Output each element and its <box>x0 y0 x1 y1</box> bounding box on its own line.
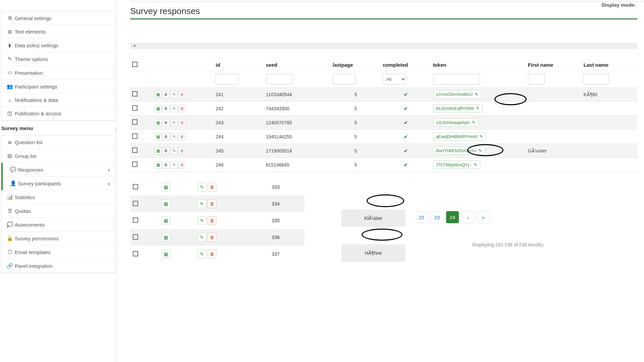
edit-button[interactable]: ✎ <box>198 250 206 258</box>
view-details-button[interactable]: ▦ <box>154 105 162 112</box>
row-checkbox[interactable] <box>133 218 138 223</box>
delete-response-button[interactable]: 🗑 <box>178 119 186 126</box>
view-response-button[interactable]: 🗎 <box>162 133 170 140</box>
sidebar-item-general-settings[interactable]: ⚙General settings <box>1 11 115 25</box>
col-lastpage[interactable]: lastpage <box>331 59 381 71</box>
view-button[interactable]: ▦ <box>162 233 170 242</box>
sidebar-item-notifications-data[interactable]: ⌕Notifications & data <box>1 94 115 107</box>
edit-token-icon[interactable]: ✎ <box>474 162 477 167</box>
sidebar-item-publication-access[interactable]: ⚿Publication & access <box>1 107 115 120</box>
view-details-button[interactable]: ▦ <box>154 147 162 155</box>
token-chip[interactable]: zzLfrxIAeaap0qm ✎ <box>433 118 479 127</box>
edit-button[interactable]: ✎ <box>198 183 206 191</box>
edit-token-icon[interactable]: ✎ <box>478 148 482 153</box>
view-response-button[interactable]: 🗎 <box>162 147 170 155</box>
edit-token-icon[interactable]: ✎ <box>475 92 478 97</box>
token-chip[interactable]: DUt2m6vEqfRYiW8 ✎ <box>433 104 483 113</box>
edit-response-button[interactable]: ✎ <box>170 91 178 98</box>
view-response-button[interactable]: 🗎 <box>162 105 170 112</box>
row-checkbox[interactable] <box>133 201 138 206</box>
view-button[interactable]: ▦ <box>162 199 170 208</box>
sidebar-item-question-list[interactable]: ≣Question list <box>1 135 115 149</box>
delete-button[interactable]: 🗑 <box>208 216 216 225</box>
col-token[interactable]: token <box>431 59 526 71</box>
row-checkbox[interactable] <box>133 251 138 256</box>
view-button[interactable]: ▦ <box>162 216 170 225</box>
view-details-button[interactable]: ▦ <box>154 91 162 98</box>
edit-button[interactable]: ✎ <box>198 216 206 225</box>
token-chip[interactable]: BwYO4fEN2DAqn1u ✎ <box>433 146 485 155</box>
col-seed[interactable]: seed <box>264 59 331 71</box>
sidebar-item-assessments[interactable]: 💭Assessments <box>1 218 115 232</box>
sidebar-item-text-elements[interactable]: 🗎Text elements <box>1 25 115 39</box>
row-checkbox[interactable] <box>133 234 138 240</box>
page-next[interactable]: › <box>462 211 474 223</box>
sidebar-drag-handle[interactable]: ⋮ <box>114 127 117 132</box>
page-23[interactable]: 23 <box>431 211 443 223</box>
row-checkbox[interactable] <box>132 105 138 111</box>
view-details-button[interactable]: ▦ <box>154 161 162 169</box>
filter-token[interactable] <box>433 74 480 84</box>
edit-response-button[interactable]: ✎ <box>170 161 178 169</box>
delete-response-button[interactable]: 🗑 <box>178 147 186 155</box>
delete-button[interactable]: 🗑 <box>208 250 216 258</box>
sidebar-item-email-templates[interactable]: ☐Email templates <box>1 245 115 259</box>
row-checkbox[interactable] <box>132 133 138 139</box>
view-response-button[interactable]: 🗎 <box>162 161 170 169</box>
delete-button[interactable]: 🗑 <box>208 233 216 242</box>
horizontal-scroll-strip[interactable]: ◄ <box>130 43 637 49</box>
token-chip[interactable]: qEwqDH48WPFHnKt ✎ <box>433 132 486 141</box>
view-details-button[interactable]: ▦ <box>154 119 162 126</box>
edit-response-button[interactable]: ✎ <box>170 133 178 140</box>
delete-response-button[interactable]: 🗑 <box>178 161 186 169</box>
select-all-checkbox[interactable] <box>132 62 138 67</box>
filter-seed[interactable] <box>266 74 293 84</box>
edit-token-icon[interactable]: ✎ <box>472 120 476 125</box>
edit-button[interactable]: ✎ <box>198 199 206 208</box>
sidebar-item-data-policy-settings[interactable]: ◗Data policy settings <box>1 39 115 52</box>
delete-response-button[interactable]: 🗑 <box>178 105 186 112</box>
row-checkbox[interactable] <box>132 147 138 153</box>
page-24[interactable]: 24 <box>446 211 459 223</box>
edit-button[interactable]: ✎ <box>198 233 206 242</box>
col-completed[interactable]: completed <box>381 59 431 71</box>
sidebar-item-survey-participants[interactable]: 👤Survey participants› <box>1 177 115 190</box>
sidebar-item-group-list[interactable]: ▤Group list <box>1 149 115 163</box>
scroll-left-icon[interactable]: ◄ <box>132 43 136 48</box>
view-response-button[interactable]: 🗎 <box>162 119 170 126</box>
sidebar-item-presentation[interactable]: ⦵Presentation <box>1 66 115 80</box>
edit-response-button[interactable]: ✎ <box>170 105 178 112</box>
delete-button[interactable]: 🗑 <box>208 199 216 208</box>
view-response-button[interactable]: 🗎 <box>162 91 170 98</box>
row-checkbox[interactable] <box>133 184 138 189</box>
delete-button[interactable]: 🗑 <box>208 183 216 191</box>
row-checkbox[interactable] <box>132 162 138 167</box>
row-checkbox[interactable] <box>132 119 138 125</box>
col-id[interactable]: id <box>214 59 264 71</box>
token-chip[interactable]: J7LT89pe8zxQYj~ ✎ <box>433 161 480 169</box>
sidebar-item-theme-options[interactable]: ✎Theme options <box>1 52 115 66</box>
filter-completed[interactable]: All <box>383 74 406 84</box>
delete-response-button[interactable]: 🗑 <box>178 133 186 140</box>
filter-id[interactable] <box>216 74 238 84</box>
sidebar-item-responses[interactable]: 💬Responses› <box>1 163 115 177</box>
edit-token-icon[interactable]: ✎ <box>476 106 480 111</box>
edit-response-button[interactable]: ✎ <box>170 147 178 155</box>
view-button[interactable]: ▦ <box>162 183 170 191</box>
page-22[interactable]: 22 <box>415 211 428 223</box>
sidebar-item-quotas[interactable]: ☰Quotas <box>1 204 115 218</box>
edit-token-icon[interactable]: ✎ <box>479 134 483 139</box>
filter-lastpage[interactable] <box>333 74 356 84</box>
sidebar-item-survey-permissions[interactable]: 🔒Survey permissions <box>1 232 115 245</box>
row-checkbox[interactable] <box>132 91 138 97</box>
col-first-name[interactable]: First name <box>526 59 582 71</box>
sidebar-item-statistics[interactable]: 📊Statistics <box>1 190 115 204</box>
page-last[interactable]: » <box>477 211 490 223</box>
delete-response-button[interactable]: 🗑 <box>178 91 186 98</box>
edit-response-button[interactable]: ✎ <box>170 119 178 126</box>
filter-last-name[interactable] <box>584 74 609 84</box>
sidebar-item-panel-integration[interactable]: 🔗Panel integration <box>1 259 115 273</box>
view-details-button[interactable]: ▦ <box>154 133 162 140</box>
sidebar-item-participant-settings[interactable]: 👥Participant settings <box>1 80 115 94</box>
filter-first-name[interactable] <box>528 74 545 84</box>
